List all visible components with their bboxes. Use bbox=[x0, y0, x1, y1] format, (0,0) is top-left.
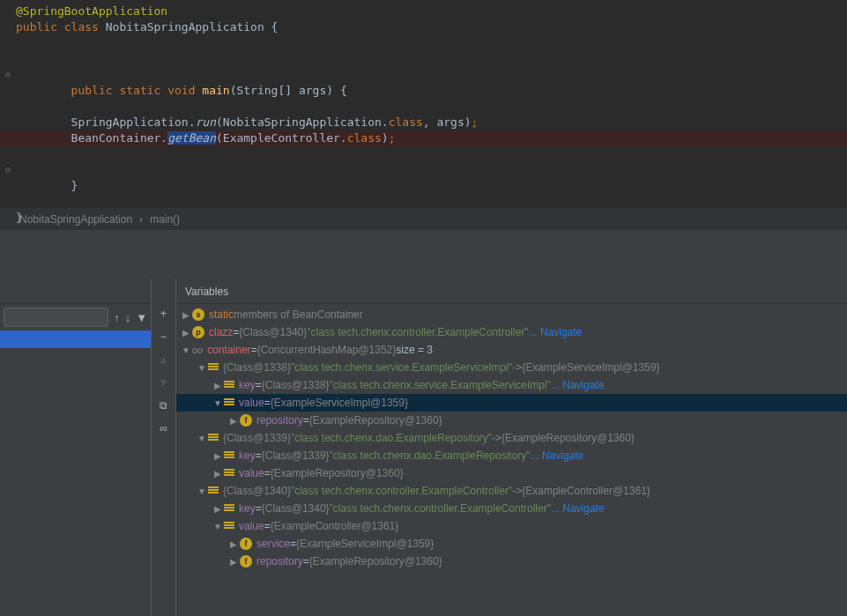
entry-icon bbox=[224, 504, 234, 513]
fold-icon[interactable]: ⊖ bbox=[5, 162, 11, 178]
variables-tree[interactable]: ▶ s static members of BeanContainer ▶ p … bbox=[176, 304, 847, 570]
copy-icon[interactable]: ⧉ bbox=[154, 396, 174, 415]
debug-gap bbox=[0, 230, 847, 279]
stack-frame[interactable] bbox=[0, 330, 151, 348]
navigate-link[interactable]: ... Navigate bbox=[529, 326, 583, 338]
tree-node-value[interactable]: ▶ value = {ExampleRepository@1360} bbox=[176, 464, 847, 482]
tree-node-entry[interactable]: ▼ {Class@1338} "class tech.chenx.service… bbox=[176, 359, 847, 376]
entry-icon bbox=[208, 486, 219, 495]
filter-icon[interactable]: ▼ bbox=[136, 311, 147, 324]
tree-node-clazz[interactable]: ▶ p clazz = {Class@1340} "class tech.che… bbox=[176, 323, 847, 341]
navigate-link[interactable]: ... Navigate bbox=[551, 502, 605, 515]
tree-node-key[interactable]: ▶ key = {Class@1338} "class tech.chenx.s… bbox=[176, 376, 847, 394]
debug-panel: ↑ ↓ ▼ + − ▲ ▼ ⧉ ∞ Variables ▶ s static m… bbox=[0, 279, 847, 616]
tree-node-key[interactable]: ▶ key = {Class@1340} "class tech.chenx.c… bbox=[176, 500, 847, 517]
up-icon[interactable]: ▲ bbox=[154, 350, 174, 369]
execution-line: BeanContainer.getBean(ExampleController.… bbox=[0, 130, 847, 146]
thread-selector[interactable] bbox=[4, 308, 108, 327]
field-icon: f bbox=[240, 555, 252, 568]
variables-header: Variables bbox=[176, 279, 847, 304]
entry-icon bbox=[208, 363, 219, 372]
entry-icon bbox=[224, 522, 234, 531]
tree-node-field[interactable]: ▶ f repository = {ExampleRepository@1360… bbox=[176, 412, 847, 429]
remove-watch-icon[interactable]: − bbox=[154, 327, 174, 346]
static-icon: s bbox=[192, 308, 204, 321]
watch-icon: οο bbox=[192, 345, 203, 355]
prev-frame-icon[interactable]: ↑ bbox=[114, 311, 120, 324]
tree-node-key[interactable]: ▶ key = {Class@1339} "class tech.chenx.d… bbox=[176, 447, 847, 464]
glasses-icon[interactable]: ∞ bbox=[154, 419, 174, 438]
annotation: @SpringBootApplication bbox=[16, 4, 167, 18]
entry-icon bbox=[224, 469, 234, 478]
add-watch-icon[interactable]: + bbox=[154, 304, 174, 323]
tree-node-container[interactable]: ▼ οο container = {ConcurrentHashMap@1352… bbox=[176, 341, 847, 359]
frames-pane: ↑ ↓ ▼ bbox=[0, 279, 152, 616]
down-icon[interactable]: ▼ bbox=[154, 373, 174, 392]
next-frame-icon[interactable]: ↓ bbox=[125, 311, 131, 324]
tree-node-field[interactable]: ▶ f service = {ExampleServiceImpl@1359} bbox=[176, 535, 847, 553]
param-icon: p bbox=[192, 326, 204, 338]
tree-node-static[interactable]: ▶ s static members of BeanContainer bbox=[176, 306, 847, 323]
navigate-link[interactable]: ... Navigate bbox=[551, 379, 605, 391]
tree-node-value[interactable]: ▼ value = {ExampleServiceImpl@1359} bbox=[176, 394, 847, 412]
fold-icon[interactable]: ⊖ bbox=[5, 67, 11, 83]
tree-node-entry[interactable]: ▼ {Class@1340} "class tech.chenx.control… bbox=[176, 482, 847, 500]
code-editor[interactable]: @SpringBootApplication public class Nobi… bbox=[0, 0, 847, 207]
entry-icon bbox=[224, 381, 234, 390]
field-icon: f bbox=[240, 414, 252, 427]
frames-list[interactable] bbox=[0, 330, 151, 616]
variables-pane: + − ▲ ▼ ⧉ ∞ Variables ▶ s static members… bbox=[152, 279, 847, 616]
tree-node-entry[interactable]: ▼ {Class@1339} "class tech.chenx.dao.Exa… bbox=[176, 429, 847, 447]
entry-icon bbox=[224, 451, 234, 460]
entry-icon bbox=[208, 434, 219, 442]
tree-node-field[interactable]: ▶ f repository = {ExampleRepository@1360… bbox=[176, 553, 847, 570]
tree-node-value[interactable]: ▼ value = {ExampleController@1361} bbox=[176, 517, 847, 535]
navigate-link[interactable]: ... Navigate bbox=[531, 449, 584, 462]
entry-icon bbox=[224, 398, 234, 407]
field-icon: f bbox=[240, 538, 252, 550]
